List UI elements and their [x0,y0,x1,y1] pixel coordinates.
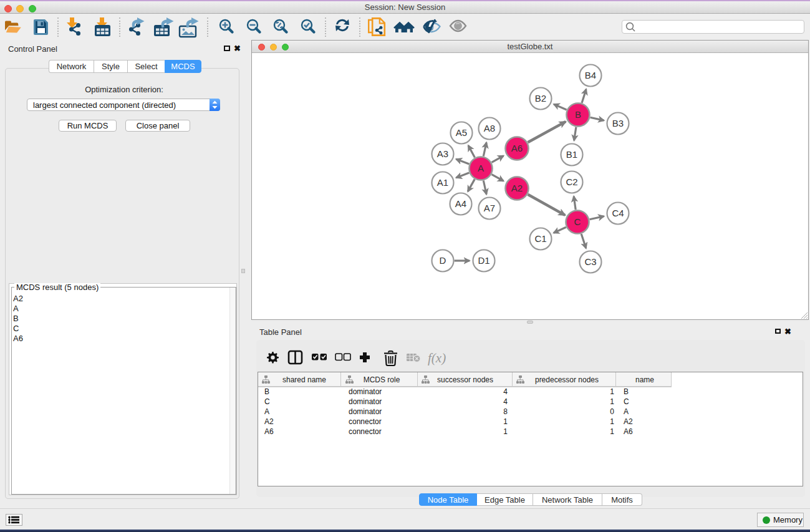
svg-text:A2: A2 [624,417,633,426]
svg-text:A6: A6 [264,427,274,436]
svg-text:name: name [635,375,654,384]
svg-text:0: 0 [610,407,614,416]
svg-text:connector: connector [349,417,382,426]
svg-text:connector: connector [349,427,382,436]
svg-text:1: 1 [610,397,614,406]
svg-text:MCDS role: MCDS role [364,375,400,384]
svg-text:B2: B2 [535,93,546,104]
svg-text:shared name: shared name [282,375,326,384]
svg-text:1: 1 [610,427,614,436]
svg-text:A3: A3 [437,148,448,159]
svg-text:predecessor nodes: predecessor nodes [535,375,599,384]
svg-text:C1: C1 [534,233,546,244]
svg-text:C3: C3 [584,256,596,267]
svg-text:8: 8 [503,407,508,416]
svg-text:C: C [264,397,270,406]
svg-text:A4: A4 [455,198,466,209]
svg-text:1: 1 [503,427,508,436]
svg-text:dominator: dominator [349,387,382,396]
svg-text:B: B [575,109,581,120]
svg-text:B: B [264,387,269,396]
svg-text:A: A [624,407,629,416]
svg-text:A: A [478,163,484,173]
svg-text:D1: D1 [478,255,489,266]
svg-text:A5: A5 [456,127,467,138]
svg-text:A6: A6 [624,427,633,436]
svg-text:B: B [624,387,629,396]
svg-text:A8: A8 [484,123,495,133]
svg-text:C2: C2 [566,177,577,187]
svg-text:A: A [264,407,269,416]
svg-text:A7: A7 [484,203,495,213]
svg-text:A2: A2 [264,417,274,426]
svg-text:1: 1 [503,417,508,426]
svg-text:successor nodes: successor nodes [437,375,493,384]
svg-text:dominator: dominator [349,407,382,416]
svg-text:C: C [624,397,629,406]
svg-text:A6: A6 [511,143,523,153]
svg-text:1: 1 [610,387,614,396]
svg-text:B3: B3 [612,118,624,128]
svg-text:A2: A2 [511,183,523,193]
svg-text:f(x): f(x) [428,351,446,365]
svg-text:D: D [440,255,446,266]
svg-text:1: 1 [610,417,614,426]
svg-text:4: 4 [503,397,508,406]
svg-text:C: C [574,216,581,227]
svg-text:B1: B1 [566,149,577,160]
svg-text:4: 4 [503,387,508,396]
svg-text:C4: C4 [612,208,624,218]
svg-text:B4: B4 [585,70,596,80]
svg-text:dominator: dominator [349,397,382,406]
svg-text:A1: A1 [437,177,448,188]
